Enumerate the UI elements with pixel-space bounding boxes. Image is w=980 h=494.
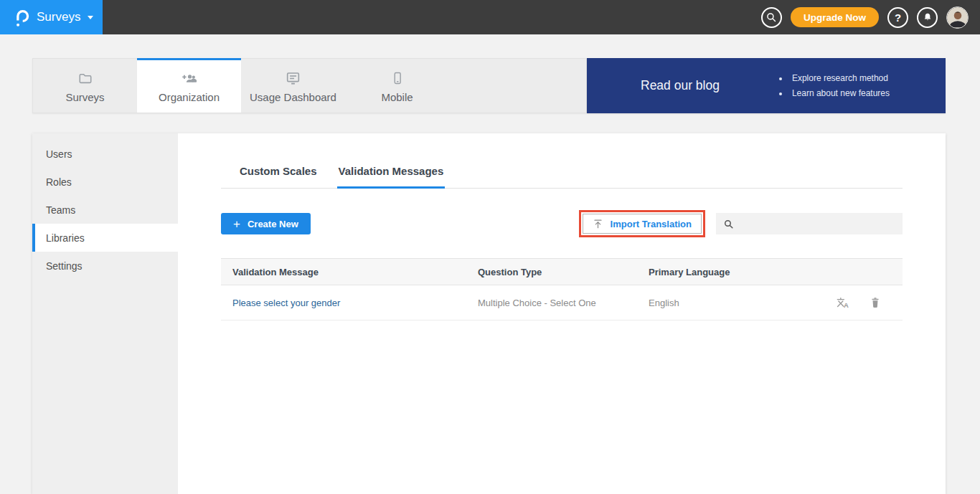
questionpro-logo-icon	[14, 8, 29, 27]
toolbar: + Create New Import Translation	[221, 210, 903, 237]
tab-validation-messages[interactable]: Validation Messages	[337, 165, 446, 189]
sidebar-item-label: Roles	[46, 176, 72, 188]
notifications-button[interactable]	[917, 7, 938, 28]
organization-panel: Users Roles Teams Libraries Settings Cus…	[32, 133, 946, 494]
workspace-nav-row: Surveys Organization	[32, 58, 946, 113]
topbar: Surveys Upgrade Now ?	[0, 0, 980, 34]
global-search-button[interactable]	[761, 7, 782, 28]
libraries-tabs: Custom Scales Validation Messages	[221, 165, 903, 189]
toolbar-right: Import Translation	[579, 210, 903, 237]
upgrade-now-button[interactable]: Upgrade Now	[791, 7, 879, 27]
question-mark-icon: ?	[895, 11, 901, 24]
translate-button[interactable]: A	[836, 296, 850, 309]
folder-icon	[77, 70, 93, 86]
validation-message-link[interactable]: Please select your gender	[232, 298, 340, 308]
table-row: Please select your gender Multiple Choic…	[221, 285, 903, 320]
header-question-type: Question Type	[466, 267, 637, 277]
search-icon	[765, 11, 777, 23]
blog-banner[interactable]: Read our blog Explore research method Le…	[587, 58, 946, 113]
help-button[interactable]: ?	[887, 7, 908, 28]
nav-tab-organization[interactable]: Organization	[137, 58, 241, 113]
chevron-down-icon	[88, 16, 93, 22]
nav-tab-mobile[interactable]: Mobile	[345, 58, 449, 113]
topbar-actions: Upgrade Now ?	[761, 6, 980, 29]
dashboard-icon	[285, 70, 301, 86]
sidebar-item-roles[interactable]: Roles	[32, 168, 178, 196]
sidebar-item-settings[interactable]: Settings	[32, 252, 178, 280]
product-name: Surveys	[37, 10, 80, 24]
blog-banner-bullets: Explore research method Learn about new …	[778, 71, 890, 101]
sidebar-item-label: Libraries	[46, 232, 85, 244]
sidebar-item-users[interactable]: Users	[32, 140, 178, 168]
primary-language-cell: English	[637, 298, 802, 308]
group-add-icon	[180, 70, 199, 86]
blog-bullet: Explore research method	[789, 71, 890, 86]
question-type-cell: Multiple Choice - Select One	[466, 298, 637, 308]
sidebar-item-label: Users	[46, 148, 72, 160]
svg-text:A: A	[844, 301, 849, 309]
search-icon	[723, 219, 734, 229]
workspace-nav: Surveys Organization	[32, 58, 587, 113]
nav-tab-label: Surveys	[65, 91, 104, 103]
bell-icon	[922, 11, 933, 23]
create-new-label: Create New	[248, 219, 298, 229]
nav-tab-label: Usage Dashboard	[250, 91, 336, 103]
sidebar-item-label: Teams	[46, 204, 75, 216]
delete-button[interactable]	[870, 296, 881, 309]
blog-banner-title: Read our blog	[641, 78, 720, 93]
table-search[interactable]	[716, 213, 903, 234]
validation-messages-table: Validation Message Question Type Primary…	[221, 258, 903, 320]
nav-tab-label: Mobile	[381, 91, 413, 103]
product-switcher[interactable]: Surveys	[0, 0, 103, 34]
translate-icon: A	[836, 296, 850, 309]
search-input[interactable]	[740, 219, 895, 229]
nav-tab-surveys[interactable]: Surveys	[33, 58, 137, 113]
libraries-content: Custom Scales Validation Messages + Crea…	[178, 133, 946, 494]
organization-sidebar: Users Roles Teams Libraries Settings	[32, 133, 178, 494]
sidebar-item-libraries[interactable]: Libraries	[32, 224, 178, 252]
plus-icon: +	[233, 218, 240, 230]
table-header-row: Validation Message Question Type Primary…	[221, 258, 903, 285]
row-actions: A	[836, 296, 903, 309]
sidebar-item-label: Settings	[46, 260, 83, 272]
nav-tab-label: Organization	[159, 91, 220, 103]
header-validation-message: Validation Message	[221, 267, 466, 277]
import-translation-label: Import Translation	[611, 219, 692, 229]
sidebar-item-teams[interactable]: Teams	[32, 196, 178, 224]
create-new-button[interactable]: + Create New	[221, 213, 311, 234]
trash-icon	[870, 296, 881, 309]
header-primary-language: Primary Language	[637, 267, 802, 277]
import-translation-button[interactable]: Import Translation	[583, 214, 702, 234]
annotation-highlight: Import Translation	[579, 210, 705, 237]
mobile-icon	[390, 70, 405, 86]
avatar[interactable]	[946, 6, 969, 29]
tab-custom-scales[interactable]: Custom Scales	[238, 165, 319, 189]
upload-icon	[593, 218, 603, 229]
nav-tab-usage-dashboard[interactable]: Usage Dashboard	[241, 58, 345, 113]
blog-bullet: Learn about new features	[789, 86, 890, 101]
